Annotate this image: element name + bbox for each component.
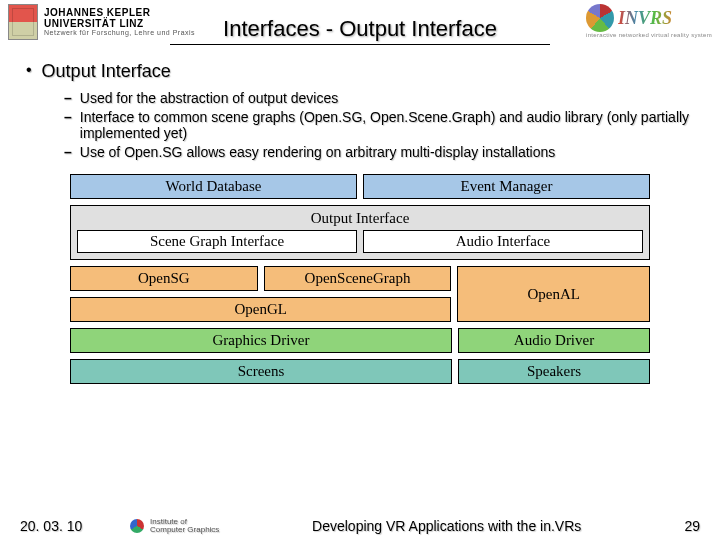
- box-output-interface: Output Interface Scene Graph Interface A…: [70, 205, 650, 260]
- box-screens: Screens: [70, 359, 452, 384]
- slide-footer: 20. 03. 10 Institute of Computer Graphic…: [0, 518, 720, 534]
- crest-icon: [8, 4, 38, 40]
- institute-name: Institute of Computer Graphics: [150, 518, 219, 534]
- box-audio-interface: Audio Interface: [363, 230, 643, 253]
- bullet-level1: • Output Interface: [26, 61, 694, 82]
- bullet-level2: – Use of Open.SG allows easy rendering o…: [64, 144, 694, 160]
- title-underline: [170, 44, 550, 45]
- uni-subtitle: Netzwerk für Forschung, Lehre und Praxis: [44, 29, 195, 37]
- invrs-icon: [586, 4, 614, 32]
- architecture-diagram: World Database Event Manager Output Inte…: [70, 174, 650, 384]
- output-interface-label: Output Interface: [77, 210, 643, 227]
- bullet-text: Used for the abstraction of output devic…: [80, 90, 338, 106]
- slide-body: • Output Interface – Used for the abstra…: [0, 55, 720, 384]
- institute-icon: [130, 519, 144, 533]
- box-scene-graph-interface: Scene Graph Interface: [77, 230, 357, 253]
- bullet-text: Interface to common scene graphs (Open.S…: [80, 109, 694, 141]
- invrs-subtitle: interactive networked virtual reality sy…: [586, 32, 712, 38]
- bullet-text: Use of Open.SG allows easy rendering on …: [80, 144, 555, 160]
- box-graphics-driver: Graphics Driver: [70, 328, 452, 353]
- dash-icon: –: [64, 144, 72, 160]
- uni-line2: UNIVERSITÄT LINZ: [44, 18, 195, 29]
- uni-line1: JOHANNES KEPLER: [44, 7, 195, 18]
- dash-icon: –: [64, 90, 72, 106]
- bullet-level2: – Used for the abstraction of output dev…: [64, 90, 694, 106]
- bullet-dot-icon: •: [26, 61, 32, 82]
- footer-date: 20. 03. 10: [20, 518, 130, 534]
- bullet-text: Output Interface: [42, 61, 171, 82]
- box-event-manager: Event Manager: [363, 174, 650, 199]
- university-name: JOHANNES KEPLER UNIVERSITÄT LINZ Netzwer…: [44, 7, 195, 37]
- invrs-logo: INVRS interactive networked virtual real…: [586, 4, 712, 38]
- page-number: 29: [660, 518, 700, 534]
- bullet-level2: – Interface to common scene graphs (Open…: [64, 109, 694, 141]
- dash-icon: –: [64, 109, 72, 141]
- sub-bullet-list: – Used for the abstraction of output dev…: [26, 90, 694, 160]
- invrs-name: INVRS: [618, 8, 672, 29]
- university-logo: JOHANNES KEPLER UNIVERSITÄT LINZ Netzwer…: [8, 4, 195, 40]
- box-opengl: OpenGL: [70, 297, 451, 322]
- box-openscenegraph: OpenSceneGraph: [264, 266, 452, 291]
- box-audio-driver: Audio Driver: [458, 328, 650, 353]
- box-opensg: OpenSG: [70, 266, 258, 291]
- box-world-database: World Database: [70, 174, 357, 199]
- footer-title: Developing VR Applications with the in.V…: [233, 518, 660, 534]
- institute-line2: Computer Graphics: [150, 526, 219, 534]
- box-openal: OpenAL: [457, 266, 650, 322]
- box-speakers: Speakers: [458, 359, 650, 384]
